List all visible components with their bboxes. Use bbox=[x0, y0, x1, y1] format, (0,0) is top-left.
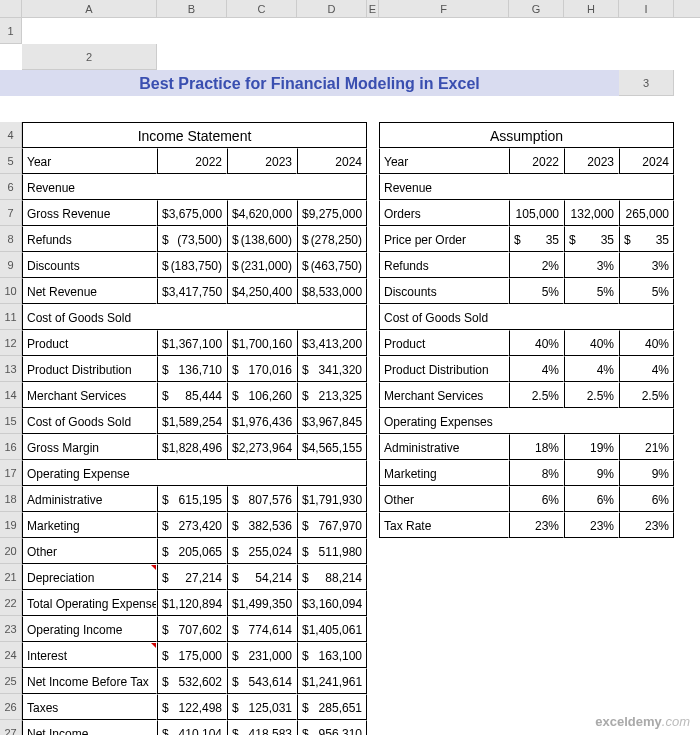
value-cell[interactable]: $774,614 bbox=[227, 616, 297, 642]
value-cell[interactable]: $1,589,254 bbox=[157, 408, 227, 434]
value-cell[interactable]: $106,260 bbox=[227, 382, 297, 408]
row-label[interactable]: Product bbox=[22, 330, 157, 356]
row-header[interactable]: 12 bbox=[0, 330, 22, 356]
row-label[interactable]: Net Income bbox=[22, 720, 157, 735]
row-label[interactable]: Administrative bbox=[22, 486, 157, 512]
value-cell[interactable]: 5% bbox=[509, 278, 564, 304]
value-cell[interactable]: $543,614 bbox=[227, 668, 297, 694]
value-cell[interactable]: $3,160,094 bbox=[297, 590, 367, 616]
value-cell[interactable]: 40% bbox=[564, 330, 619, 356]
value-cell[interactable]: 3% bbox=[564, 252, 619, 278]
row-label[interactable]: Refunds bbox=[379, 252, 509, 278]
row-header[interactable]: 20 bbox=[0, 538, 22, 564]
row-header[interactable]: 8 bbox=[0, 226, 22, 252]
value-cell[interactable]: $1,828,496 bbox=[157, 434, 227, 460]
value-cell[interactable]: $1,791,930 bbox=[297, 486, 367, 512]
row-header[interactable]: 22 bbox=[0, 590, 22, 616]
value-cell[interactable]: 2.5% bbox=[509, 382, 564, 408]
value-cell[interactable]: $1,976,436 bbox=[227, 408, 297, 434]
col-header[interactable]: A bbox=[22, 0, 157, 18]
value-cell[interactable]: 6% bbox=[564, 486, 619, 512]
row-header[interactable]: 13 bbox=[0, 356, 22, 382]
value-cell[interactable]: 4% bbox=[509, 356, 564, 382]
value-cell[interactable]: 2% bbox=[509, 252, 564, 278]
value-cell[interactable]: $35 bbox=[509, 226, 564, 252]
value-cell[interactable]: 6% bbox=[509, 486, 564, 512]
value-cell[interactable]: $122,498 bbox=[157, 694, 227, 720]
value-cell[interactable]: $3,967,845 bbox=[297, 408, 367, 434]
value-cell[interactable]: $767,970 bbox=[297, 512, 367, 538]
row-label[interactable]: Administrative bbox=[379, 434, 509, 460]
value-cell[interactable]: 21% bbox=[619, 434, 674, 460]
value-cell[interactable]: $136,710 bbox=[157, 356, 227, 382]
year[interactable]: 2023 bbox=[227, 148, 297, 174]
value-cell[interactable]: $(278,250) bbox=[297, 226, 367, 252]
row-label[interactable]: Other bbox=[379, 486, 509, 512]
value-cell[interactable]: 4% bbox=[619, 356, 674, 382]
value-cell[interactable]: $35 bbox=[619, 226, 674, 252]
row-label[interactable]: Cost of Goods Sold bbox=[22, 408, 157, 434]
row-header[interactable]: 25 bbox=[0, 668, 22, 694]
value-cell[interactable]: $(138,600) bbox=[227, 226, 297, 252]
row-header[interactable]: 11 bbox=[0, 304, 22, 330]
value-cell[interactable]: $2,273,964 bbox=[227, 434, 297, 460]
value-cell[interactable]: $35 bbox=[564, 226, 619, 252]
row-header[interactable]: 7 bbox=[0, 200, 22, 226]
value-cell[interactable]: $707,602 bbox=[157, 616, 227, 642]
value-cell[interactable]: $1,700,160 bbox=[227, 330, 297, 356]
row-header[interactable]: 1 bbox=[0, 18, 22, 44]
row-header[interactable]: 21 bbox=[0, 564, 22, 590]
row-label[interactable]: Price per Order bbox=[379, 226, 509, 252]
value-cell[interactable]: $3,413,200 bbox=[297, 330, 367, 356]
value-cell[interactable]: $532,602 bbox=[157, 668, 227, 694]
year[interactable]: 2024 bbox=[619, 148, 674, 174]
value-cell[interactable]: $956,310 bbox=[297, 720, 367, 735]
year[interactable]: 2022 bbox=[157, 148, 227, 174]
row-header[interactable]: 23 bbox=[0, 616, 22, 642]
row-label[interactable]: Refunds bbox=[22, 226, 157, 252]
row-header[interactable]: 14 bbox=[0, 382, 22, 408]
row-label[interactable]: Total Operating Expense bbox=[22, 590, 157, 616]
value-cell[interactable]: $175,000 bbox=[157, 642, 227, 668]
col-header[interactable]: E bbox=[367, 0, 379, 18]
value-cell[interactable]: 23% bbox=[564, 512, 619, 538]
value-cell[interactable]: $170,016 bbox=[227, 356, 297, 382]
value-cell[interactable]: 23% bbox=[509, 512, 564, 538]
value-cell[interactable]: $(73,500) bbox=[157, 226, 227, 252]
row-header[interactable]: 26 bbox=[0, 694, 22, 720]
value-cell[interactable]: $341,320 bbox=[297, 356, 367, 382]
row-header[interactable]: 6 bbox=[0, 174, 22, 200]
value-cell[interactable]: $807,576 bbox=[227, 486, 297, 512]
row-label[interactable]: Marketing bbox=[379, 460, 509, 486]
col-header[interactable]: I bbox=[619, 0, 674, 18]
row-header[interactable]: 27 bbox=[0, 720, 22, 735]
value-cell[interactable]: $4,250,400 bbox=[227, 278, 297, 304]
year[interactable]: 2024 bbox=[297, 148, 367, 174]
row-label[interactable]: Marketing bbox=[22, 512, 157, 538]
value-cell[interactable]: 2.5% bbox=[564, 382, 619, 408]
value-cell[interactable]: $410,104 bbox=[157, 720, 227, 735]
value-cell[interactable]: $4,565,155 bbox=[297, 434, 367, 460]
row-header[interactable]: 18 bbox=[0, 486, 22, 512]
row-header[interactable]: 15 bbox=[0, 408, 22, 434]
row-label[interactable]: Orders bbox=[379, 200, 509, 226]
row-header[interactable]: 3 bbox=[619, 70, 674, 96]
row-label[interactable]: Product bbox=[379, 330, 509, 356]
year-label[interactable]: Year bbox=[22, 148, 157, 174]
row-label[interactable]: Merchant Services bbox=[379, 382, 509, 408]
value-cell[interactable]: $285,651 bbox=[297, 694, 367, 720]
value-cell[interactable]: $27,214 bbox=[157, 564, 227, 590]
value-cell[interactable]: $273,420 bbox=[157, 512, 227, 538]
row-label[interactable]: Discounts bbox=[379, 278, 509, 304]
row-header[interactable]: 4 bbox=[0, 122, 22, 148]
value-cell[interactable]: $213,325 bbox=[297, 382, 367, 408]
row-header[interactable]: 16 bbox=[0, 434, 22, 460]
row-header[interactable]: 24 bbox=[0, 642, 22, 668]
row-header[interactable]: 2 bbox=[22, 44, 157, 70]
value-cell[interactable]: $4,620,000 bbox=[227, 200, 297, 226]
row-label[interactable]: Operating Income bbox=[22, 616, 157, 642]
value-cell[interactable]: 265,000 bbox=[619, 200, 674, 226]
row-header[interactable]: 9 bbox=[0, 252, 22, 278]
value-cell[interactable]: $511,980 bbox=[297, 538, 367, 564]
row-label[interactable]: Gross Margin bbox=[22, 434, 157, 460]
